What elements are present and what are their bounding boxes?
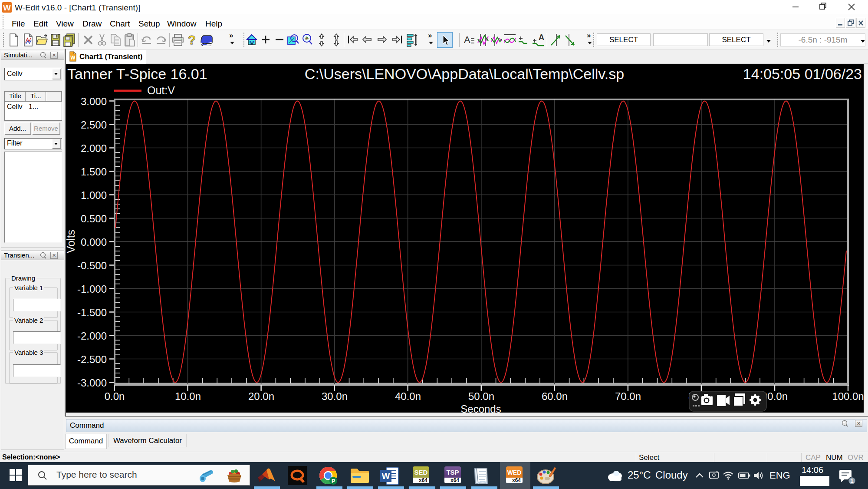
svg-text:2.500: 2.500 bbox=[81, 119, 107, 131]
svg-text:1: 1 bbox=[850, 477, 854, 484]
svg-text:50.0n: 50.0n bbox=[468, 390, 494, 402]
svg-text:0.000: 0.000 bbox=[81, 236, 107, 248]
svg-text:0.0n: 0.0n bbox=[105, 390, 125, 402]
svg-text:Out:V: Out:V bbox=[147, 84, 175, 96]
svg-text:-2.500: -2.500 bbox=[77, 354, 107, 365]
svg-text:?: ? bbox=[188, 33, 196, 47]
svg-text:x64: x64 bbox=[419, 477, 427, 483]
svg-text:1.000: 1.000 bbox=[81, 189, 107, 201]
svg-text:WED: WED bbox=[507, 469, 522, 476]
svg-text:3.000: 3.000 bbox=[81, 96, 107, 107]
svg-text:1.500: 1.500 bbox=[81, 166, 107, 178]
svg-text:x64: x64 bbox=[512, 477, 521, 483]
svg-text:60.0n: 60.0n bbox=[542, 390, 568, 402]
svg-text:x64: x64 bbox=[450, 477, 459, 483]
svg-text:70.0n: 70.0n bbox=[615, 390, 641, 402]
svg-text:10.0n: 10.0n bbox=[175, 390, 201, 402]
svg-text:C:\Users\LENOVO\AppData\Local\: C:\Users\LENOVO\AppData\Local\Temp\Cellv… bbox=[305, 66, 624, 82]
svg-text:-1.000: -1.000 bbox=[77, 283, 107, 295]
svg-text:-2.000: -2.000 bbox=[77, 330, 107, 342]
svg-text:Tanner T-Spice 16.01: Tanner T-Spice 16.01 bbox=[67, 66, 207, 82]
svg-text:Seconds: Seconds bbox=[460, 403, 501, 413]
svg-text:TSP: TSP bbox=[446, 469, 459, 476]
svg-text:A: A bbox=[539, 33, 544, 42]
svg-text:14:05:05 01/06/23: 14:05:05 01/06/23 bbox=[743, 66, 862, 82]
svg-text:20.0n: 20.0n bbox=[248, 390, 274, 402]
svg-text:30.0n: 30.0n bbox=[322, 390, 348, 402]
svg-text:W: W bbox=[382, 471, 390, 481]
svg-text:40.0n: 40.0n bbox=[395, 390, 421, 402]
svg-text:2.000: 2.000 bbox=[81, 142, 107, 154]
svg-text:-0.500: -0.500 bbox=[77, 260, 107, 271]
svg-text:100.0n: 100.0n bbox=[832, 390, 864, 402]
svg-text:-3.000: -3.000 bbox=[77, 377, 107, 389]
svg-text:Volts: Volts bbox=[66, 230, 77, 253]
svg-text:0.500: 0.500 bbox=[81, 213, 107, 225]
svg-text:W: W bbox=[70, 55, 76, 61]
svg-text:P: P bbox=[332, 478, 335, 484]
svg-text:-1.500: -1.500 bbox=[77, 307, 107, 318]
svg-text:A: A bbox=[464, 35, 470, 45]
svg-text:SED: SED bbox=[414, 469, 428, 476]
